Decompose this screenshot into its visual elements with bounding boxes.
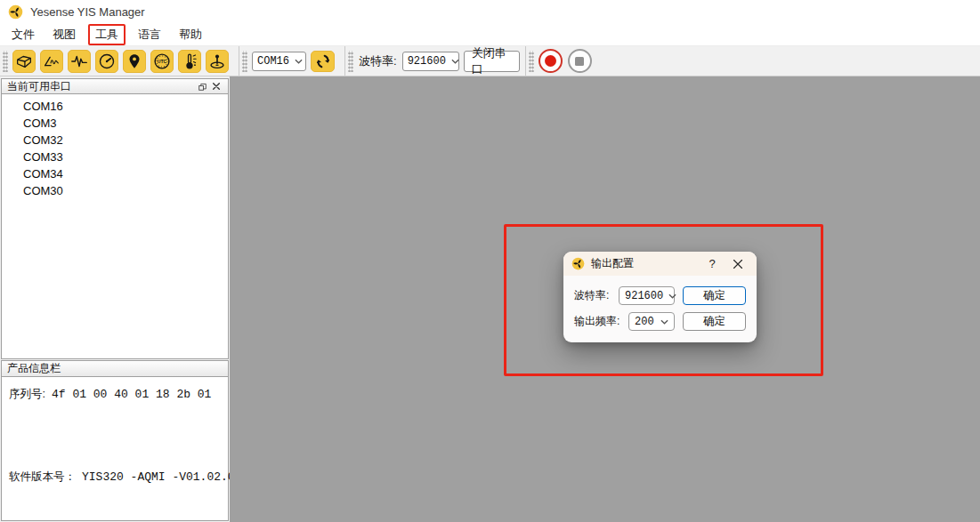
gauge-view-button[interactable]: [95, 50, 118, 73]
port-list-item[interactable]: COM32: [2, 132, 228, 149]
signal-waveform-icon: [69, 52, 89, 71]
baud-rate-label: 波特率:: [359, 53, 397, 69]
thermometer-icon: [180, 52, 199, 71]
dialog-titlebar: 输出配置 ?: [563, 252, 757, 276]
product-info-panel: 序列号: 4f 01 00 40 01 18 2b 01 软件版本号： YIS3…: [1, 377, 229, 521]
record-icon: [545, 55, 556, 67]
dialog-help-button[interactable]: ?: [702, 257, 722, 270]
toolbar-drag-handle[interactable]: [3, 51, 8, 72]
toolbar-group-record: [525, 46, 603, 76]
close-icon: [733, 259, 743, 269]
cube-icon: [14, 52, 34, 71]
dialog-output-rate-value: 200: [635, 316, 654, 328]
baud-rate-row: 波特率: 921600 确定: [574, 286, 746, 305]
close-port-button[interactable]: 关闭串口: [464, 51, 520, 72]
dialog-baud-value: 921600: [625, 290, 663, 302]
port-list-item[interactable]: COM30: [2, 182, 228, 199]
location-view-button[interactable]: [123, 50, 146, 73]
stop-icon: [575, 57, 584, 66]
float-panel-icon: [198, 82, 207, 92]
baud-confirm-button[interactable]: 确定: [683, 286, 746, 305]
menu-file[interactable]: 文件: [6, 24, 40, 45]
left-dock-panel: 当前可用串口 COM16 COM3 COM32 COM33 COM34 COM3…: [0, 76, 230, 522]
software-version-label: 软件版本号：: [9, 470, 76, 485]
output-config-dialog: 输出配置 ? 波特率: 921600 确定 输出频率: 200: [563, 252, 757, 342]
menu-view[interactable]: 视图: [47, 24, 81, 45]
dialog-output-rate-label: 输出频率:: [574, 314, 628, 329]
refresh-arrows-icon: [314, 52, 332, 70]
toolbar-drag-handle[interactable]: [348, 51, 353, 72]
position-marker-button[interactable]: [206, 50, 229, 73]
info-panel-title: 产品信息栏: [7, 361, 61, 376]
location-pin-icon: [125, 52, 144, 71]
chevron-down-icon: [660, 319, 668, 325]
utc-clock-icon: UTC: [152, 52, 172, 71]
serial-number-row: 序列号: 4f 01 00 40 01 18 2b 01: [9, 387, 221, 402]
menu-help[interactable]: 帮助: [174, 24, 207, 45]
chevron-down-icon: [451, 59, 459, 64]
waveform-view-button[interactable]: [68, 50, 91, 73]
serial-number-value: 4f 01 00 40 01 18 2b 01: [52, 388, 211, 401]
window-title: Yesense YIS Manager: [30, 5, 145, 19]
baud-rate-select[interactable]: 921600: [402, 52, 459, 71]
thermometer-view-button[interactable]: [178, 50, 201, 73]
toolbar-group-port: COM16: [239, 46, 344, 76]
main-toolbar: UTC COM16: [0, 46, 980, 76]
menu-language[interactable]: 语言: [133, 24, 166, 45]
gauge-icon: [97, 52, 117, 71]
port-list-item[interactable]: COM34: [2, 165, 228, 182]
port-list-item[interactable]: COM33: [2, 149, 228, 165]
close-panel-button[interactable]: [209, 80, 223, 92]
app-logo-icon: [8, 4, 23, 20]
cube-view-button[interactable]: [12, 50, 36, 73]
chevron-down-icon: [295, 59, 303, 64]
content-area: 当前可用串口 COM16 COM3 COM32 COM33 COM34 COM3…: [0, 76, 980, 522]
attitude-view-button[interactable]: [40, 50, 63, 73]
port-list-item[interactable]: COM3: [2, 115, 228, 132]
utc-clock-button[interactable]: UTC: [150, 50, 174, 73]
software-version-row: 软件版本号： YIS320 -AQMI -V01.02.03;: [9, 470, 221, 485]
port-list-item[interactable]: COM16: [2, 98, 228, 115]
serial-number-label: 序列号:: [9, 387, 45, 402]
dialog-baud-label: 波特率:: [574, 288, 619, 303]
dialog-body: 波特率: 921600 确定 输出频率: 200 确定: [563, 276, 757, 331]
window-titlebar: Yesense YIS Manager: [0, 0, 980, 23]
position-marker-icon: [207, 52, 227, 71]
ports-panel-header: 当前可用串口: [1, 78, 229, 94]
toolbar-drag-handle[interactable]: [242, 51, 247, 72]
toolbar-drag-handle[interactable]: [529, 51, 534, 72]
menu-tools[interactable]: 工具: [88, 24, 126, 45]
record-button[interactable]: [539, 49, 563, 73]
available-ports-list: COM16 COM3 COM32 COM33 COM34 COM30: [1, 94, 229, 359]
dialog-title: 输出配置: [591, 256, 696, 271]
chevron-down-icon: [668, 293, 676, 299]
info-panel-header: 产品信息栏: [1, 360, 229, 377]
dialog-baud-select[interactable]: 921600: [619, 286, 675, 305]
refresh-ports-button[interactable]: [311, 51, 335, 72]
dialog-output-rate-select[interactable]: 200: [628, 312, 675, 331]
toolbar-group-baud: 波特率: 921600 关闭串口: [344, 46, 525, 76]
stop-button[interactable]: [568, 49, 592, 73]
port-select[interactable]: COM16: [252, 52, 306, 71]
svg-text:UTC: UTC: [158, 59, 167, 64]
software-version-value: YIS320 -AQMI -V01.02.03;: [82, 470, 248, 484]
float-panel-button[interactable]: [195, 80, 209, 92]
output-rate-confirm-button[interactable]: 确定: [683, 312, 746, 331]
attitude-waveform-icon: [42, 52, 61, 71]
output-rate-row: 输出频率: 200 确定: [574, 312, 746, 331]
menu-bar: 文件 视图 工具 语言 帮助: [0, 23, 980, 46]
dialog-logo-icon: [571, 257, 585, 270]
dialog-close-button[interactable]: [728, 259, 748, 269]
ports-panel-title: 当前可用串口: [7, 79, 71, 94]
toolbar-group-views: UTC: [0, 46, 239, 76]
baud-rate-value: 921600: [408, 55, 446, 68]
close-icon: [212, 82, 221, 91]
port-select-value: COM16: [257, 55, 289, 68]
